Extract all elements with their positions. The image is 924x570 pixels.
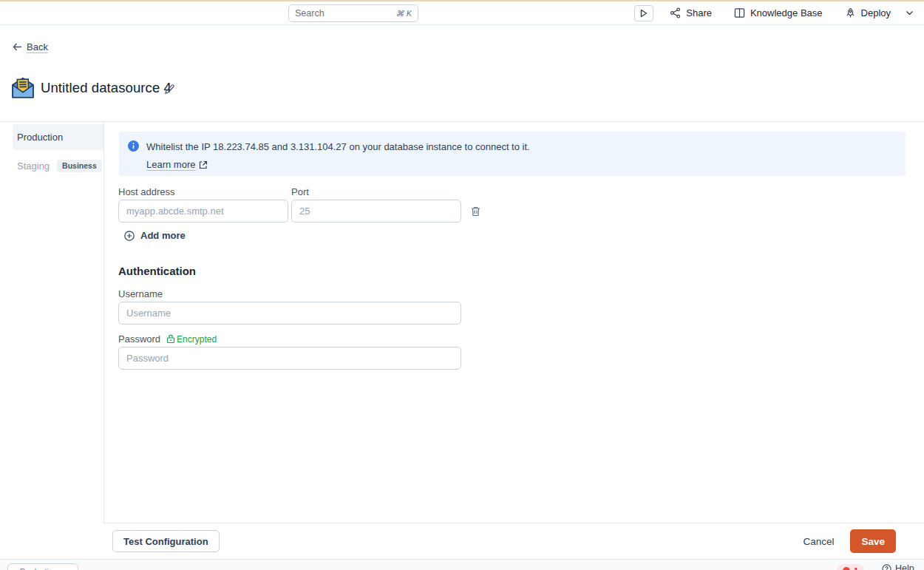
run-button[interactable] bbox=[634, 5, 653, 21]
deploy-options-button[interactable] bbox=[903, 7, 917, 18]
knowledge-base-button[interactable]: Knowledge Base bbox=[730, 4, 827, 21]
cancel-button[interactable]: Cancel bbox=[803, 536, 834, 547]
password-input[interactable] bbox=[118, 347, 461, 370]
username-label: Username bbox=[118, 288, 163, 299]
footer-action-bar: Test Configuration Cancel Save bbox=[103, 523, 924, 559]
play-icon bbox=[640, 9, 648, 18]
business-badge: Business bbox=[57, 160, 102, 172]
question-circle-icon bbox=[882, 564, 891, 570]
top-accent-bar bbox=[0, 0, 924, 1]
global-search[interactable]: ⌘ K bbox=[288, 4, 418, 22]
whitelist-info-banner: Whitelist the IP 18.223.74.85 and 3.131.… bbox=[119, 132, 906, 176]
pencil-icon bbox=[164, 84, 175, 95]
sidebar-divider bbox=[103, 122, 104, 559]
page-title: Untitled datasource 4 bbox=[41, 80, 171, 96]
topbar-actions: Share Knowledge Base bbox=[634, 1, 917, 24]
port-input[interactable] bbox=[291, 200, 461, 223]
edit-title-button[interactable] bbox=[163, 82, 177, 98]
rocket-icon bbox=[845, 7, 856, 18]
arrow-left-icon bbox=[13, 43, 22, 51]
sidebar-item-production[interactable]: Production bbox=[13, 124, 103, 150]
book-icon bbox=[734, 7, 745, 18]
test-configuration-button[interactable]: Test Configuration bbox=[112, 530, 220, 552]
password-label-row: Password Encrypted bbox=[118, 333, 217, 345]
debugger-error-badge[interactable]: 1 bbox=[837, 564, 864, 570]
encrypted-tag: Encrypted bbox=[166, 334, 217, 345]
host-address-input[interactable] bbox=[118, 200, 288, 223]
datasource-editor-page: ⌘ K Share bbox=[0, 0, 924, 570]
learn-more-label: Learn more bbox=[146, 159, 195, 170]
learn-more-link[interactable]: Learn more bbox=[146, 159, 208, 170]
back-label: Back bbox=[27, 41, 48, 52]
sidebar-item-staging[interactable]: Staging Business bbox=[13, 153, 103, 179]
environment-label: Staging bbox=[17, 160, 50, 172]
delete-endpoint-button[interactable] bbox=[469, 204, 483, 221]
share-label: Share bbox=[686, 7, 712, 18]
help-label: Help bbox=[895, 563, 914, 570]
knowledge-base-label: Knowledge Base bbox=[750, 7, 823, 18]
trash-icon bbox=[470, 206, 481, 217]
port-label: Port bbox=[291, 186, 309, 197]
add-more-label: Add more bbox=[140, 230, 186, 241]
environment-switcher[interactable]: Production bbox=[7, 563, 78, 570]
lock-icon bbox=[166, 334, 175, 344]
smtp-datasource-icon bbox=[10, 75, 35, 101]
share-button[interactable]: Share bbox=[665, 4, 716, 21]
help-button[interactable]: Help bbox=[882, 563, 914, 570]
deploy-label: Deploy bbox=[861, 7, 891, 18]
host-address-label: Host address bbox=[118, 186, 175, 197]
info-icon bbox=[128, 140, 139, 152]
plus-circle-icon bbox=[124, 231, 135, 241]
encrypted-label: Encrypted bbox=[177, 334, 217, 345]
authentication-heading: Authentication bbox=[118, 265, 196, 277]
status-bar bbox=[0, 559, 924, 570]
password-label: Password bbox=[118, 333, 160, 345]
environment-switcher-label: Production bbox=[20, 567, 57, 570]
chevron-down-icon bbox=[906, 10, 914, 16]
save-button[interactable]: Save bbox=[850, 529, 896, 553]
username-input[interactable] bbox=[118, 302, 461, 325]
error-dot-icon bbox=[843, 567, 850, 570]
error-count: 1 bbox=[854, 566, 858, 570]
external-link-icon bbox=[199, 160, 208, 169]
environment-label: Production bbox=[17, 132, 63, 143]
add-more-button[interactable]: Add more bbox=[124, 230, 186, 241]
header-divider bbox=[0, 121, 924, 122]
top-bar: ⌘ K Share bbox=[0, 1, 924, 25]
deploy-button[interactable]: Deploy bbox=[840, 4, 895, 21]
search-input[interactable] bbox=[295, 8, 396, 18]
share-icon bbox=[670, 7, 681, 18]
search-shortcut-hint: ⌘ K bbox=[396, 9, 412, 18]
banner-message: Whitelist the IP 18.223.74.85 and 3.131.… bbox=[146, 141, 530, 152]
back-link[interactable]: Back bbox=[13, 41, 48, 52]
